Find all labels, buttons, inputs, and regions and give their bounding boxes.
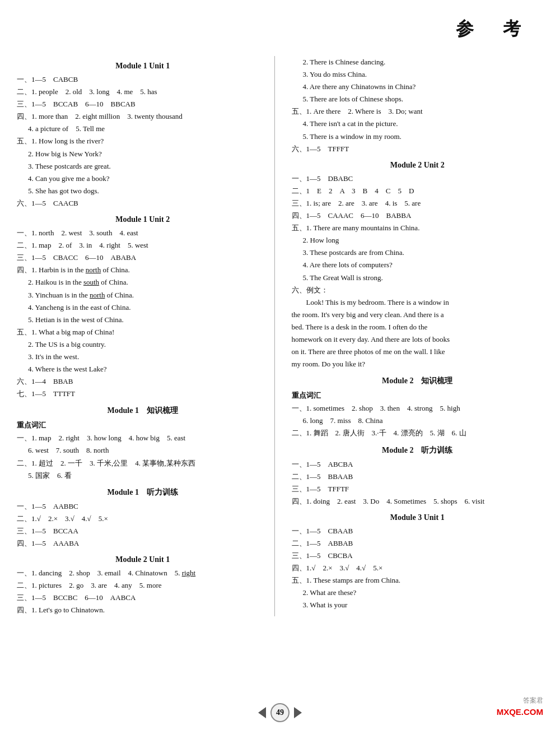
answer-line: 3. These postcards are from China. <box>303 247 544 259</box>
answer-line: 4. Yancheng is in the east of China. <box>28 301 269 314</box>
answer-line: 四、1.√ 2.× 3.√ 4.√ 5.× <box>292 562 544 574</box>
answer-line: 四、1—5 AAABA <box>17 537 269 550</box>
answer-line: 4. Are there any Chinatowns in China? <box>303 81 544 93</box>
answer-line: 六、例文： <box>292 284 544 296</box>
answer-line: 5. There are lots of Chinese shops. <box>303 93 544 105</box>
answer-line: 2. How big is New York? <box>28 148 269 160</box>
answer-line: 四、1. Harbin is in the north of China. <box>17 264 269 276</box>
answer-line: 三、1—5 BCCBC 6—10 AABCA <box>17 592 269 604</box>
answer-line: 五、1. What a big map of China! <box>17 326 269 338</box>
answer-line: my room. Do you like it? <box>292 358 544 370</box>
module1-listening-title: Module 1 听力训练 <box>17 487 269 498</box>
answer-line: 六、1—4 BBAB <box>17 375 269 388</box>
answer-line: 一、1. north 2. west 3. south 4. east <box>17 227 269 239</box>
answer-line: 六、1—5 CAACB <box>17 197 269 210</box>
answer-line: 三、1—5 BCCAB 6—10 BBCAB <box>17 98 269 110</box>
module2-knowledge-title: Module 2 知识梳理 <box>292 376 544 386</box>
answer-line: 五、1. There are many mountains in China. <box>292 222 544 234</box>
page-num-circle: 49 <box>270 703 290 722</box>
answer-line: 二、1.√ 2.× 3.√ 4.√ 5.× <box>17 513 269 525</box>
answer-line: 2. There is Chinese dancing. <box>303 56 544 68</box>
answer-line: 4. Can you give me a book? <box>28 173 269 185</box>
answer-line: 3. It's in the west. <box>28 351 269 363</box>
answer-line: 四、1. doing 2. east 3. Do 4. Sometimes 5.… <box>292 495 544 508</box>
answer-line: 三、1—5 CBCBA <box>292 550 544 562</box>
answer-line: 5. The Great Wall is strong. <box>303 272 544 284</box>
answer-line: 一、1—5 CBAAB <box>292 525 544 537</box>
right-column: 2. There is Chinese dancing. 3. You do m… <box>286 56 544 616</box>
page-title: 参 考 <box>456 17 526 41</box>
module2-unit2-title: Module 2 Unit 2 <box>292 161 544 170</box>
page-container: 参 考 Module 1 Unit 1 一、1—5 CABCB 二、1. peo… <box>0 0 560 739</box>
answer-icon: 答案君 <box>523 696 543 705</box>
answer-line: 5. There is a window in my room. <box>303 131 544 143</box>
answer-line: 五、1. These stamps are from China. <box>292 574 544 587</box>
answer-line: 5. She has got two dogs. <box>28 185 269 197</box>
page-number-bar: 49 <box>258 703 302 722</box>
answer-line: 6. west 7. south 8. north <box>28 444 269 457</box>
module1-unit1-title: Module 1 Unit 1 <box>17 62 269 71</box>
answer-line: the room. It's very big and very clean. … <box>292 309 544 321</box>
answer-line: 三、1. is; are 2. are 3. are 4. is 5. are <box>292 197 544 210</box>
answer-line: 2. The US is a big country. <box>28 338 269 351</box>
answer-line: on it. There are three photos of me on t… <box>292 346 544 358</box>
module1-knowledge-title: Module 1 知识梳理 <box>17 406 269 416</box>
answer-line: 六、1—5 TFFFT <box>292 143 544 155</box>
answer-line: 四、1. Let's go to Chinatown. <box>17 604 269 616</box>
answer-line: 三、1—5 BCCAA <box>17 525 269 537</box>
answer-line: Look! This is my bedroom. There is a win… <box>292 296 544 309</box>
right-diamond <box>294 707 302 718</box>
vocab-subtitle: 重点词汇 <box>17 420 269 430</box>
answer-line: 6. long 7. miss 8. China <box>303 415 544 427</box>
content-wrapper: Module 1 Unit 1 一、1—5 CABCB 二、1. people … <box>0 56 560 616</box>
answer-line: 2. What are these? <box>303 587 544 599</box>
answer-line: 一、1. sometimes 2. shop 3. then 4. strong… <box>292 402 544 415</box>
answer-line: 5. 国家 6. 看 <box>28 470 269 482</box>
answer-line: 一、1—5 ABCBA <box>292 458 544 471</box>
answer-line: 3. You do miss China. <box>303 68 544 81</box>
answer-line: 3. These postcards are great. <box>28 160 269 173</box>
answer-line: 二、1. map 2. of 3. in 4. right 5. west <box>17 239 269 252</box>
answer-line: 一、1—5 AABBC <box>17 500 269 513</box>
answer-line: 4. There isn't a cat in the picture. <box>303 118 544 130</box>
answer-line: 一、1. dancing 2. shop 3. email 4. Chinato… <box>17 567 269 579</box>
brand-logo: MXQE.COM <box>497 707 543 717</box>
answer-line: homework on it every day. And there are … <box>292 333 544 346</box>
answer-line: 5. Hetian is in the west of China. <box>28 314 269 326</box>
answer-line: 七、1—5 TTTFT <box>17 388 269 400</box>
page-number-text: 49 <box>276 708 284 717</box>
answer-line: 二、1—5 BBAAB <box>292 471 544 483</box>
answer-line: 三、1—5 TFFTF <box>292 483 544 495</box>
answer-line: 二、1. pictures 2. go 3. are 4. any 5. mor… <box>17 579 269 592</box>
answer-line: 二、1. people 2. old 3. long 4. me 5. has <box>17 86 269 98</box>
vocab-subtitle2: 重点词汇 <box>292 391 544 401</box>
answer-line: 4. a picture of 5. Tell me <box>28 123 269 135</box>
answer-line: 3. What is your <box>303 599 544 611</box>
module2-unit1-title: Module 2 Unit 1 <box>17 555 269 564</box>
answer-line: bed. There is a desk in the room. I ofte… <box>292 321 544 333</box>
answer-line: 五、1. Are there 2. Where is 3. Do; want <box>292 105 544 118</box>
answer-line: 四、1—5 CAAAC 6—10 BABBA <box>292 210 544 222</box>
answer-line: 四、1. more than 2. eight million 3. twent… <box>17 110 269 123</box>
answer-line: 一、1—5 CABCB <box>17 73 269 86</box>
answer-line: 一、1—5 DBABC <box>292 173 544 185</box>
answer-line: 4. Are there lots of computers? <box>303 259 544 271</box>
module3-unit1-title: Module 3 Unit 1 <box>292 513 544 522</box>
answer-line: 二、1. 舞蹈 2. 唐人街 3.·千 4. 漂亮的 5. 湖 6. 山 <box>292 427 544 439</box>
answer-line: 二、1. 超过 2. 一千 3. 千米,公里 4. 某事物,某种东西 <box>17 457 269 470</box>
left-diamond <box>258 707 266 718</box>
answer-line: 三、1—5 CBACC 6—10 ABABA <box>17 252 269 264</box>
answer-line: 3. Yinchuan is in the north of China. <box>28 289 269 301</box>
answer-line: 二、1 E 2 A 3 B 4 C 5 D <box>292 185 544 197</box>
module2-listening-title: Module 2 听力训练 <box>292 445 544 456</box>
answer-line: 五、1. How long is the river? <box>17 135 269 147</box>
module1-unit2-title: Module 1 Unit 2 <box>17 215 269 224</box>
left-column: Module 1 Unit 1 一、1—5 CABCB 二、1. people … <box>17 56 275 616</box>
answer-line: 4. Where is the west Lake? <box>28 363 269 375</box>
answer-line: 二、1—5 ABBAB <box>292 537 544 550</box>
answer-line: 一、1. map 2. right 3. how long 4. how big… <box>17 432 269 444</box>
answer-line: 2. How long <box>303 234 544 247</box>
answer-line: 2. Haikou is in the south of China. <box>28 276 269 289</box>
